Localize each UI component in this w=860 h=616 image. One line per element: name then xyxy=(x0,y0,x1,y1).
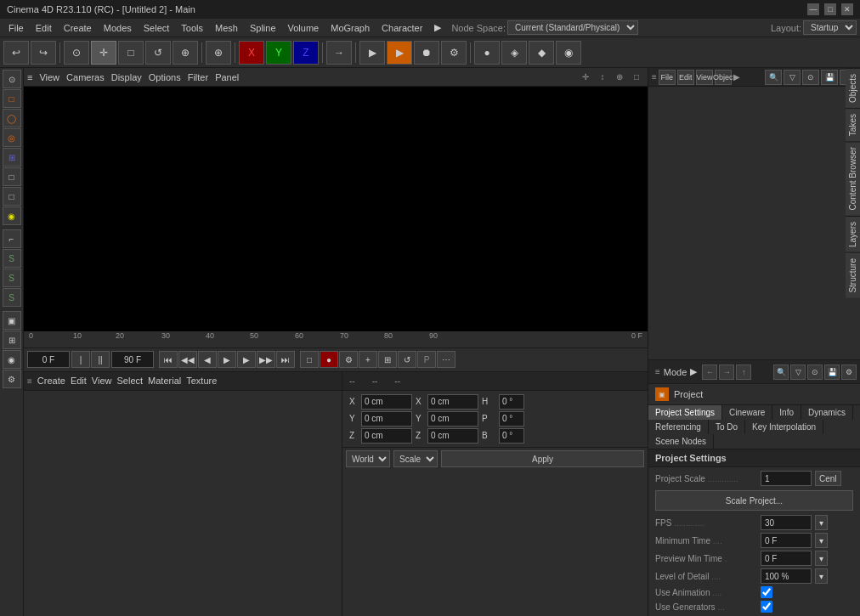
attr-preview-min-input[interactable] xyxy=(761,551,812,566)
render-active[interactable]: ▶ xyxy=(387,41,412,65)
view-top[interactable]: ◉ xyxy=(556,41,581,65)
sb-record[interactable]: ◉ xyxy=(3,350,21,369)
rt-filter[interactable]: ▽ xyxy=(784,70,801,85)
side-label-takes[interactable]: Takes xyxy=(846,108,860,141)
attr-settings[interactable]: ⚙ xyxy=(841,365,857,380)
attr-tab-scene-nodes[interactable]: Scene Nodes xyxy=(648,434,714,449)
view-right[interactable]: ◆ xyxy=(529,41,554,65)
menu-volume[interactable]: Volume xyxy=(283,21,325,35)
render-to-po[interactable]: ⏺ xyxy=(414,41,439,65)
node-space-select[interactable]: Current (Standard/Physical) xyxy=(507,20,638,35)
attr-tab-dynamics[interactable]: Dynamics xyxy=(801,405,853,420)
menu-file[interactable]: File xyxy=(3,21,29,35)
tool-select[interactable]: ⊙ xyxy=(64,41,89,65)
tc-next-key[interactable]: ▶▶ xyxy=(257,351,275,368)
obj-create[interactable]: Create xyxy=(37,376,65,386)
vt-filter[interactable]: Filter xyxy=(188,72,208,82)
tc-go-start[interactable]: ⏮ xyxy=(159,351,178,368)
tc-next-frame[interactable]: ▶ xyxy=(237,351,256,368)
side-label-objects[interactable]: Objects xyxy=(846,68,860,108)
tc-add-key[interactable]: + xyxy=(359,351,377,368)
tc-record-pos[interactable]: □ xyxy=(300,351,319,368)
menu-spline[interactable]: Spline xyxy=(245,21,281,35)
coord-world-select[interactable]: World xyxy=(346,450,390,467)
attr-nav-up[interactable]: ↑ xyxy=(736,365,751,380)
tool-move[interactable]: ✛ xyxy=(91,41,116,65)
tool-arrow[interactable]: → xyxy=(326,41,352,65)
attr-tab-cineware[interactable]: Cineware xyxy=(722,405,772,420)
vt-options[interactable]: Options xyxy=(149,72,181,82)
tc-record[interactable]: ● xyxy=(320,351,338,368)
tool-scale[interactable]: □ xyxy=(118,41,144,65)
side-label-structure[interactable]: Structure xyxy=(846,252,860,298)
tc-go-end[interactable]: ⏭ xyxy=(276,351,295,368)
obj-texture[interactable]: Texture xyxy=(186,376,217,386)
axis-y-button[interactable]: Y xyxy=(266,41,291,65)
attr-nav-fwd[interactable]: → xyxy=(719,365,734,380)
attr-project-scale-input[interactable] xyxy=(761,471,812,486)
vt-move-icon[interactable]: ✛ xyxy=(578,70,593,85)
rt-save[interactable]: 💾 xyxy=(821,70,838,85)
vt-cameras[interactable]: Cameras xyxy=(66,72,105,82)
tc-loop[interactable]: ↺ xyxy=(398,351,416,368)
sb-ruler[interactable]: ⌐ xyxy=(3,229,21,248)
tc-extra[interactable]: ⋯ xyxy=(437,351,455,368)
menu-edit[interactable]: Edit xyxy=(31,21,57,35)
sb-object[interactable]: □ xyxy=(3,167,21,186)
sb-cube[interactable]: □ xyxy=(3,89,21,108)
rt-lock[interactable]: ⊙ xyxy=(802,70,819,85)
redo-button[interactable]: ↪ xyxy=(31,41,56,65)
vt-panel[interactable]: Panel xyxy=(215,72,239,82)
vt-display[interactable]: Display xyxy=(111,72,142,82)
vt-zoom-icon[interactable]: ⊕ xyxy=(612,70,627,85)
menu-more[interactable]: ▶ xyxy=(429,20,446,35)
layout-select[interactable]: Startup xyxy=(803,20,857,35)
tc-motion[interactable]: P xyxy=(417,351,436,368)
render-settings[interactable]: ⚙ xyxy=(441,41,467,65)
vt-view[interactable]: View xyxy=(39,72,59,82)
menu-character[interactable]: Character xyxy=(376,21,427,35)
end-frame-field[interactable] xyxy=(111,351,154,368)
coord-z-size[interactable] xyxy=(427,428,478,444)
axis-x-button[interactable]: X xyxy=(239,41,264,65)
tool-rotate[interactable]: ↺ xyxy=(145,41,171,65)
sb-floor[interactable]: ▣ xyxy=(3,311,21,330)
attr-preview-min-stepper[interactable]: ▾ xyxy=(815,551,828,566)
view-front[interactable]: ◈ xyxy=(501,41,527,65)
obj-view[interactable]: View xyxy=(92,376,112,386)
tc-split[interactable]: ⊞ xyxy=(378,351,397,368)
menu-select[interactable]: Select xyxy=(139,21,175,35)
sb-s2[interactable]: S xyxy=(3,268,21,287)
vt-expand-icon[interactable]: □ xyxy=(629,70,644,85)
attr-fps-input[interactable] xyxy=(761,515,812,530)
menu-create[interactable]: Create xyxy=(59,21,97,35)
coord-p-rot[interactable] xyxy=(499,411,524,427)
attr-fps-stepper[interactable]: ▾ xyxy=(815,515,828,530)
tool-add[interactable]: ⊕ xyxy=(206,41,231,65)
coord-b-rot[interactable] xyxy=(499,428,524,444)
vt-hamburger[interactable]: ≡ xyxy=(27,72,32,82)
tc-play[interactable]: ▶ xyxy=(218,351,236,368)
attr-nav-back[interactable]: ← xyxy=(702,365,717,380)
coord-y-size[interactable] xyxy=(427,411,478,427)
close-button[interactable]: ✕ xyxy=(841,3,853,15)
tc-settings[interactable]: ⚙ xyxy=(339,351,358,368)
menu-modes[interactable]: Modes xyxy=(99,21,137,35)
tc-prev-frame[interactable]: ◀ xyxy=(198,351,217,368)
attr-tab-info[interactable]: Info xyxy=(772,405,801,420)
attr-tab-key-interp[interactable]: Key Interpolation xyxy=(745,420,823,434)
sb-gear[interactable]: ⚙ xyxy=(3,370,21,388)
vt-rotate-icon[interactable]: ↕ xyxy=(595,70,610,85)
sb-deformer[interactable]: ⊞ xyxy=(3,148,21,167)
obj-hamburger[interactable]: ≡ xyxy=(27,376,32,386)
tc-prev-key[interactable]: ◀◀ xyxy=(178,351,197,368)
attr-scale-project-button[interactable]: Scale Project... xyxy=(655,490,853,511)
attr-mode-arrow[interactable]: ▶ xyxy=(690,366,697,377)
sb-s[interactable]: S xyxy=(3,249,21,268)
obj-select[interactable]: Select xyxy=(117,376,144,386)
side-label-layers[interactable]: Layers xyxy=(846,216,860,252)
tc-shrink[interactable]: || xyxy=(91,351,110,368)
attr-tab-todo[interactable]: To Do xyxy=(709,420,745,434)
render-region[interactable]: ▶ xyxy=(359,41,385,65)
attr-lod-stepper[interactable]: ▾ xyxy=(815,568,828,584)
